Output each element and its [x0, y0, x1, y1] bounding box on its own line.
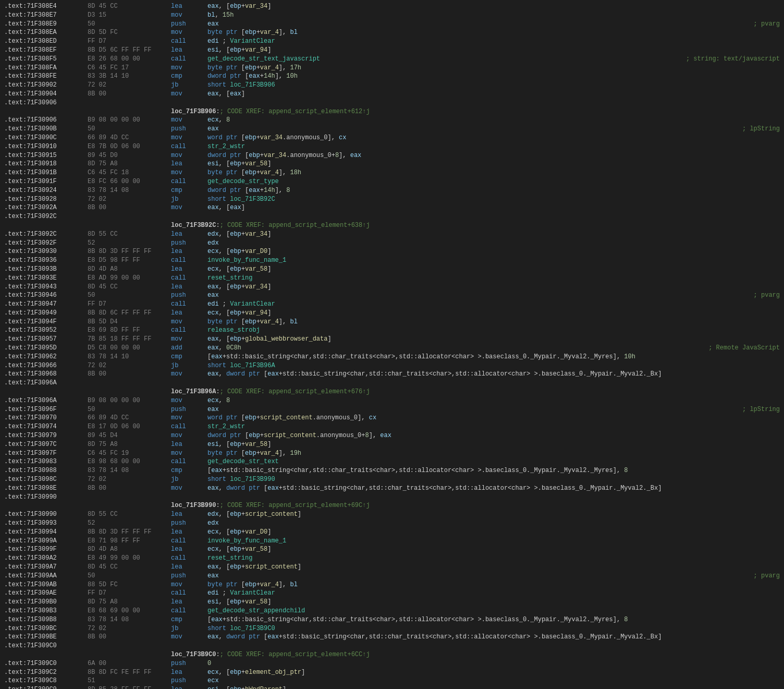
operands: short loc_71F3B906 — [207, 81, 780, 90]
mnemonic: lea — [171, 528, 207, 537]
mnemonic: mov — [171, 449, 207, 458]
bytes: 8D 45 CC — [88, 283, 171, 292]
bytes: 8D 75 A8 — [88, 598, 171, 607]
code-line: .text:71F3090C66 89 4D CCmovword ptr [eb… — [0, 134, 784, 142]
bytes: 50 — [88, 125, 171, 134]
address: .text:71F30979 — [4, 431, 88, 440]
address: .text:71F3093E — [4, 274, 88, 283]
address: .text:71F30902 — [4, 81, 88, 90]
mnemonic: push — [171, 519, 207, 528]
operands: ecx, 8 — [207, 396, 780, 405]
code-line: .text:71F3099F8D 4D A8leaecx, [ebp+var_5… — [0, 545, 784, 554]
mnemonic: lea — [171, 668, 207, 677]
bytes: E8 AD 99 00 00 — [88, 274, 171, 283]
operands: [eax+std::basic_string<char,std::char_tr… — [207, 615, 780, 624]
code-line: .text:71F3096AB9 08 00 00 00movecx, 8 — [0, 396, 784, 405]
bytes: 8B 00 — [88, 203, 171, 212]
bytes: 83 78 14 10 — [88, 353, 171, 361]
mnemonic: push — [171, 405, 207, 414]
address: .text:71F3099A — [4, 537, 88, 546]
bytes: 50 — [88, 291, 171, 300]
mnemonic: lea — [171, 309, 207, 318]
operands: eax, 0C8h — [207, 344, 704, 353]
comment: ; pvarg — [750, 20, 780, 29]
bytes: 50 — [88, 405, 171, 414]
code-line: .text:71F3097FC6 45 FC 19movbyte ptr [eb… — [0, 449, 784, 458]
bytes-indent — [88, 501, 171, 510]
code-line: .text:71F309688B 00moveax, dword ptr [ea… — [0, 370, 784, 379]
address: .text:71F30904 — [4, 90, 88, 99]
address: .text:71F3091B — [4, 168, 88, 177]
operands: edx — [207, 239, 780, 248]
operands: eax, [ebp+var_34] — [207, 283, 780, 292]
mnemonic: mov — [171, 396, 207, 405]
address: .text:71F3097F — [4, 449, 88, 458]
mnemonic: call — [171, 457, 207, 466]
operands: word ptr [ebp+var_34.anonymous_0], cx — [207, 134, 780, 142]
mnemonic: jb — [171, 361, 207, 370]
address: .text:71F30990 — [4, 510, 88, 519]
disassembly-view: .text:71F308E48D 45 CCleaeax, [ebp+var_3… — [0, 0, 784, 689]
mnemonic: mov — [171, 335, 207, 344]
operands: edx, [ebp+var_34] — [207, 230, 780, 239]
code-line: .text:71F3092C8D 55 CCleaedx, [ebp+var_3… — [0, 230, 784, 239]
bytes: FF D7 — [88, 37, 171, 46]
operands: edi ; VariantClear — [207, 589, 780, 598]
operands: word ptr [ebp+script_content.anonymous_0… — [207, 414, 780, 422]
mnemonic: lea — [171, 283, 207, 292]
bytes: E8 68 69 00 00 — [88, 607, 171, 615]
code-line: .text:71F308FAC6 45 FC 17movbyte ptr [eb… — [0, 64, 784, 72]
bytes: E8 49 99 00 00 — [88, 554, 171, 563]
code-line: .text:71F3094650pusheax; pvarg — [0, 291, 784, 300]
bytes: 52 — [88, 519, 171, 528]
bytes: 72 02 — [88, 475, 171, 484]
code-line: .text:71F3090272 02jbshort loc_71F3B906 — [0, 81, 784, 90]
bytes: 66 89 4D CC — [88, 414, 171, 422]
bytes: 50 — [88, 20, 171, 29]
label-name: loc_71F3B9C0: — [171, 650, 220, 659]
code-line: .text:71F309A2E8 49 99 00 00callreset_st… — [0, 554, 784, 563]
bytes: E8 D5 98 FF FF — [88, 256, 171, 265]
address: .text:71F309BC — [4, 624, 88, 633]
address: .text:71F309C8 — [4, 676, 88, 685]
operands: dword ptr [eax+14h], 8 — [207, 186, 780, 195]
operands: byte ptr [ebp+var_4], bl — [207, 318, 780, 327]
code-line: .text:71F3099AE8 71 98 FF FFcallinvoke_b… — [0, 537, 784, 546]
address: .text:71F30990 — [4, 493, 88, 502]
bytes: 8B 00 — [88, 484, 171, 493]
mnemonic: cmp — [171, 72, 207, 81]
mnemonic: call — [171, 326, 207, 335]
operands: get_decode_str_text_javascript — [207, 55, 682, 64]
label-name: loc_71F3B96A: — [171, 388, 220, 396]
operands: esi, [ebp+var_58] — [207, 160, 780, 168]
label-line: loc_71F3B92C: ; CODE XREF: append_script… — [0, 221, 784, 230]
address: .text:71F30993 — [4, 519, 88, 528]
address: .text:71F309C9 — [4, 685, 88, 689]
code-line: .text:71F3092C — [0, 212, 784, 221]
bytes: 8B 8D FC FE FF FF — [88, 668, 171, 677]
mnemonic: push — [171, 676, 207, 685]
code-line: .text:71F309498B 8D 6C FF FF FFleaecx, [… — [0, 309, 784, 318]
operands: invoke_by_func_name_1 — [207, 256, 780, 265]
address: .text:71F30906 — [4, 99, 88, 107]
mnemonic: mov — [171, 203, 207, 212]
address: .text:71F30915 — [4, 151, 88, 160]
code-line: .text:71F309048B 00moveax, [eax] — [0, 90, 784, 99]
code-line: .text:71F309AB88 5D FCmovbyte ptr [ebp+v… — [0, 581, 784, 589]
bytes: 83 78 14 08 — [88, 186, 171, 195]
address: .text:71F3090B — [4, 125, 88, 134]
label-line: loc_71F3B906: ; CODE XREF: append_script… — [0, 107, 784, 116]
address: .text:71F3094F — [4, 318, 88, 327]
bytes: 8B 00 — [88, 370, 171, 379]
mnemonic: lea — [171, 160, 207, 168]
address: .text:71F30930 — [4, 247, 88, 256]
bytes: 8B 00 — [88, 633, 171, 642]
address: .text:71F309A7 — [4, 563, 88, 572]
code-line: .text:71F3096283 78 14 10cmp[eax+std::ba… — [0, 353, 784, 361]
code-line: .text:71F3092A8B 00moveax, [eax] — [0, 203, 784, 212]
code-line: .text:71F3092F52pushedx — [0, 239, 784, 248]
code-line: .text:71F309C06A 00push0 — [0, 659, 784, 668]
mnemonic: push — [171, 239, 207, 248]
address: .text:71F30983 — [4, 457, 88, 466]
operands: eax, dword ptr [eax+std::basic_string<ch… — [207, 633, 780, 642]
